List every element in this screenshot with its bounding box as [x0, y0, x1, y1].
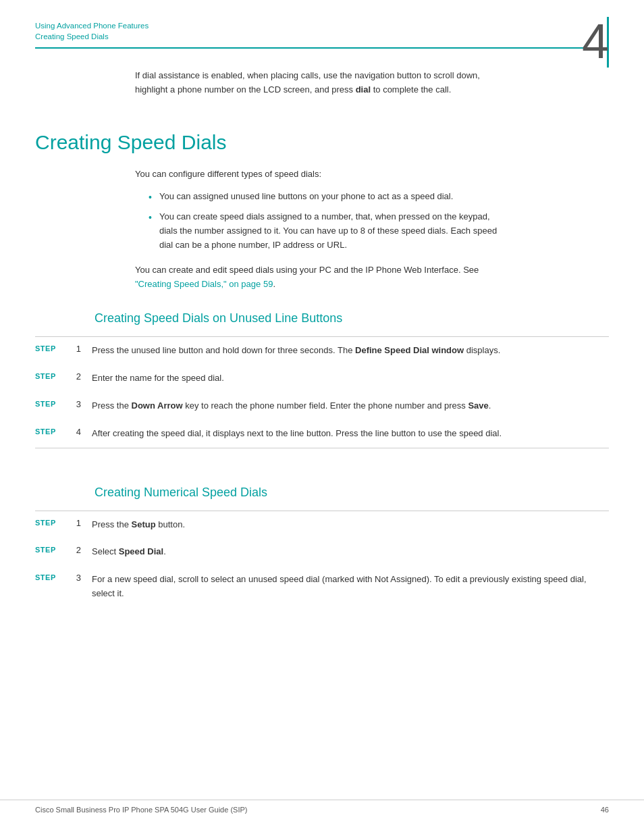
step3-row: STEP 3 Press the Down Arrow key to reach… [0, 392, 644, 420]
intro-paragraph: If dial assistance is enabled, when plac… [135, 69, 509, 97]
step2-row: STEP 2 Enter the name for the speed dial… [0, 365, 644, 392]
page-container: Using Advanced Phone Features Creating S… [0, 0, 644, 834]
step1-label: STEP [35, 344, 62, 353]
speed-dials-link[interactable]: "Creating Speed Dials," on page 59 [135, 279, 273, 289]
step3-number: 3 [62, 399, 81, 409]
bullet-item-1: You can assigned unused line buttons on … [149, 190, 509, 204]
step3-content: Press the Down Arrow key to reach the ph… [92, 399, 609, 413]
step2-content: Enter the name for the speed dial. [92, 371, 609, 386]
step2-number: 2 [62, 371, 81, 382]
breadcrumb-line2: Creating Speed Dials [35, 31, 609, 42]
bullet-list: You can assigned unused line buttons on … [149, 190, 509, 253]
step2-1-label: STEP [35, 518, 62, 527]
step2-1-row: STEP 1 Press the Setup button. [0, 511, 644, 539]
step2-3-label: STEP [35, 573, 62, 581]
footer-left-text: Cisco Small Business Pro IP Phone SPA 50… [35, 806, 247, 814]
header: Using Advanced Phone Features Creating S… [0, 0, 644, 42]
step4-content: After creating the speed dial, it displa… [92, 427, 609, 441]
step2-2-label: STEP [35, 545, 62, 554]
step2-1-content: Press the Setup button. [92, 518, 609, 532]
chapter-number: 4 [582, 17, 609, 66]
step4-label: STEP [35, 427, 62, 436]
step1-content: Press the unused line button and hold do… [92, 344, 609, 358]
step4-number: 4 [62, 427, 81, 437]
step2-2-row: STEP 2 Select Speed Dial. [0, 538, 644, 566]
step2-3-row: STEP 3 For a new speed dial, scroll to s… [0, 566, 644, 608]
step4-row: STEP 4 After creating the speed dial, it… [0, 420, 644, 448]
page-footer: Cisco Small Business Pro IP Phone SPA 50… [0, 800, 644, 814]
step2-2-content: Select Speed Dial. [92, 545, 609, 559]
content-intro: You can configure different types of spe… [135, 167, 509, 182]
bullet-item-2: You can create speed dials assigned to a… [149, 210, 509, 252]
section-heading: Creating Speed Dials [35, 131, 609, 154]
main-section-title: Creating Speed Dials [0, 111, 644, 167]
step2-3-number: 3 [62, 573, 81, 583]
step2-1-number: 1 [62, 518, 81, 528]
step1-row: STEP 1 Press the unused line button and … [0, 337, 644, 365]
closing-paragraph: You can create and edit speed dials usin… [135, 263, 509, 292]
step3-label: STEP [35, 399, 62, 408]
subsection2-title: Creating Numerical Speed Dials [0, 486, 644, 511]
footer-page-number: 46 [601, 806, 609, 814]
step2-2-number: 2 [62, 545, 81, 555]
subsection2: Creating Numerical Speed Dials STEP 1 Pr… [0, 486, 644, 608]
breadcrumb-line1: Using Advanced Phone Features [35, 20, 609, 31]
step1-number: 1 [62, 344, 81, 354]
content-area: You can configure different types of spe… [0, 167, 644, 292]
subsection1: Creating Speed Dials on Unused Line Butt… [0, 311, 644, 448]
section-gap1 [0, 448, 644, 465]
subsection1-title: Creating Speed Dials on Unused Line Butt… [0, 311, 644, 336]
intro-section: If dial assistance is enabled, when plac… [0, 49, 644, 111]
step2-3-content: For a new speed dial, scroll to select a… [92, 573, 609, 601]
step2-label: STEP [35, 371, 62, 380]
